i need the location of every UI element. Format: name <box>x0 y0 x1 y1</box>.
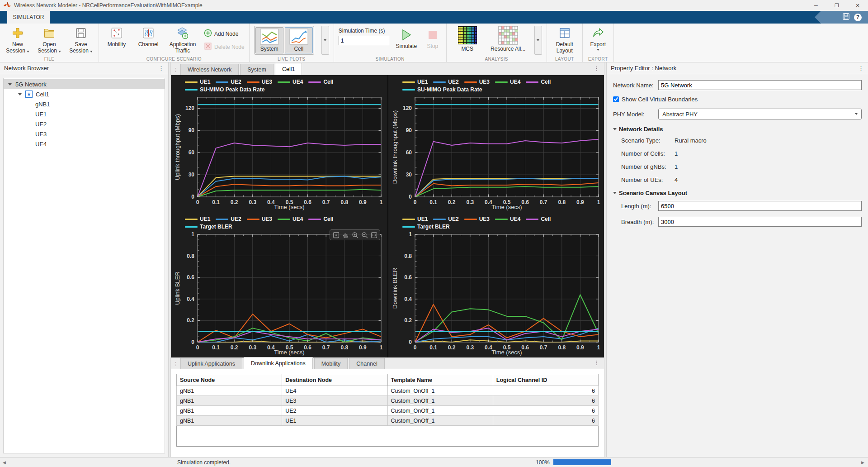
zoom-in-icon[interactable] <box>351 231 359 239</box>
tab-channel[interactable]: Channel <box>349 358 385 369</box>
help-icon[interactable]: ? <box>854 14 862 21</box>
svg-text:1: 1 <box>409 231 412 238</box>
section-title: Scenario Canvas Layout <box>619 190 687 196</box>
tab-mobility[interactable]: Mobility <box>314 358 348 369</box>
phy-model-dropdown[interactable]: Abstract PHY <box>658 109 862 119</box>
tab-simulator[interactable]: SIMULATOR <box>7 11 50 24</box>
column-header[interactable]: Destination Node <box>282 374 387 386</box>
legend-swatch-icon <box>402 89 415 91</box>
column-header[interactable]: Logical Channel ID <box>493 374 598 386</box>
restore-view-icon[interactable] <box>332 231 340 239</box>
panel-menu-icon[interactable]: ⋮ <box>858 65 864 71</box>
tab-drag-handle[interactable]: ⋮ <box>172 67 180 75</box>
legend-swatch-icon <box>402 219 415 220</box>
table-row[interactable]: gNB1 UE3 Custom_OnOff_1 6 <box>177 396 599 406</box>
tree-item-ue3[interactable]: UE3 <box>4 129 165 139</box>
save-session-button[interactable]: Save Session <box>68 26 94 54</box>
phy-model-label: PHY Model: <box>613 111 658 118</box>
caret-down-icon[interactable] <box>8 83 12 86</box>
legend-item: Cell <box>308 216 333 222</box>
scenario-canvas-layout-section-header[interactable]: Scenario Canvas Layout <box>613 190 862 196</box>
tree-item-cell[interactable]: ★ Cell1 <box>4 89 165 99</box>
downlink-throughput-plot[interactable]: 00.10.20.30.40.50.60.70.80.910306090120T… <box>391 94 602 211</box>
legend-item: Cell <box>526 216 551 222</box>
close-button[interactable]: ✕ <box>847 0 868 11</box>
tree-item-ue4[interactable]: UE4 <box>4 139 165 149</box>
network-name-input[interactable] <box>658 80 862 90</box>
chevron-down-icon <box>58 51 61 52</box>
table-row[interactable]: gNB1 UE4 Custom_OnOff_1 6 <box>177 386 599 396</box>
length-input[interactable] <box>658 201 862 211</box>
channel-label: Channel <box>138 41 159 48</box>
svg-text:Time (secs): Time (secs) <box>274 349 304 356</box>
svg-text:0.1: 0.1 <box>429 199 437 205</box>
new-session-button[interactable]: New Session <box>5 26 31 54</box>
pan-icon[interactable] <box>341 231 349 239</box>
legend-item: UE2 <box>216 79 241 85</box>
scenario-type-value: Rural macro <box>675 137 707 144</box>
save-icon[interactable] <box>843 13 849 22</box>
simulation-time-input[interactable] <box>339 36 389 45</box>
uplink-bler-plot[interactable]: 00.10.20.30.40.50.60.70.80.9100.20.40.60… <box>173 231 385 357</box>
svg-text:Time (secs): Time (secs) <box>491 204 522 210</box>
stop-button[interactable]: Stop <box>424 26 442 49</box>
cell-template-name: Custom_OnOff_1 <box>387 386 493 396</box>
table-header-row: Source Node Destination Node Template Na… <box>177 374 599 386</box>
analysis-dropdown[interactable] <box>534 26 542 55</box>
caret-down-icon <box>613 128 617 130</box>
tab-downlink-applications[interactable]: Downlink Applications <box>244 357 313 369</box>
scroll-left-icon[interactable]: ◀ <box>0 460 9 465</box>
tree-item-ue1[interactable]: UE1 <box>4 109 165 119</box>
system-plot-toggle[interactable]: System <box>255 27 283 53</box>
legend-item: SU-MIMO Peak Data Rate <box>185 86 264 93</box>
tab-uplink-applications[interactable]: Uplink Applications <box>180 358 242 369</box>
open-session-button[interactable]: Open Session <box>36 26 62 54</box>
breadth-input[interactable] <box>658 217 862 227</box>
tree-item-gnb1[interactable]: gNB1 <box>4 99 165 109</box>
cell-plot-toggle[interactable]: Cell <box>285 27 313 53</box>
tab-wireless-network[interactable]: Wireless Network <box>180 64 239 75</box>
mobility-button[interactable]: Mobility <box>104 26 130 48</box>
add-node-button[interactable]: Add Node <box>204 29 245 38</box>
legend-swatch-icon <box>433 81 446 83</box>
tabs-menu-icon[interactable]: ⋮ <box>589 359 604 369</box>
export-button[interactable]: Export <box>587 26 609 51</box>
legend-swatch-icon <box>278 219 290 220</box>
panel-menu-icon[interactable]: ⋮ <box>158 65 164 71</box>
table-row[interactable]: gNB1 UE1 Custom_OnOff_1 6 <box>177 416 599 426</box>
tab-drag-handle[interactable]: ⋮ <box>172 361 180 369</box>
mcs-button[interactable]: MCS <box>451 26 484 52</box>
legend-label: Target BLER <box>200 224 232 230</box>
tree-item-ue2[interactable]: UE2 <box>4 119 165 129</box>
minimize-button[interactable]: ─ <box>806 0 826 11</box>
show-cell-boundaries-checkbox[interactable] <box>613 96 619 102</box>
ribbon-tab-bar: SIMULATOR ? <box>0 11 868 24</box>
application-traffic-button[interactable]: Application Traffic <box>167 26 198 54</box>
table-row[interactable]: gNB1 UE2 Custom_OnOff_1 6 <box>177 406 599 416</box>
svg-text:0: 0 <box>191 339 194 345</box>
column-header[interactable]: Source Node <box>177 374 282 386</box>
uplink-throughput-plot[interactable]: 00.10.20.30.40.50.60.70.80.910306090120T… <box>173 94 385 211</box>
column-header[interactable]: Template Name <box>387 374 493 386</box>
zoom-out-icon[interactable] <box>360 231 368 239</box>
resource-allocation-button[interactable]: Resource All... <box>489 26 527 52</box>
scenario-type-label: Scenario Type: <box>621 137 675 144</box>
tab-cell1[interactable]: Cell1 <box>275 63 302 75</box>
channel-button[interactable]: Channel <box>135 26 161 48</box>
fit-view-icon[interactable] <box>370 231 378 239</box>
scroll-right-icon[interactable]: ▶ <box>859 460 867 465</box>
simulate-button[interactable]: Simulate <box>395 26 418 49</box>
chevron-down-icon <box>537 39 539 41</box>
delete-node-button[interactable]: Delete Node <box>204 42 245 52</box>
maximize-button[interactable]: ❐ <box>826 0 847 11</box>
tree-item-network[interactable]: 5G Network <box>4 79 165 89</box>
num-ues-label: Number of UEs: <box>621 176 675 183</box>
live-plots-dropdown[interactable] <box>321 26 329 55</box>
tabs-menu-icon[interactable]: ⋮ <box>589 65 604 75</box>
network-details-section-header[interactable]: Network Details <box>613 126 862 133</box>
downlink-bler-plot[interactable]: 00.10.20.30.40.50.60.70.80.9100.20.40.60… <box>391 231 602 357</box>
tab-system[interactable]: System <box>240 64 274 75</box>
default-layout-button[interactable]: Default Layout <box>552 26 578 54</box>
cell-template-name: Custom_OnOff_1 <box>387 416 493 426</box>
caret-down-icon[interactable] <box>18 93 22 95</box>
